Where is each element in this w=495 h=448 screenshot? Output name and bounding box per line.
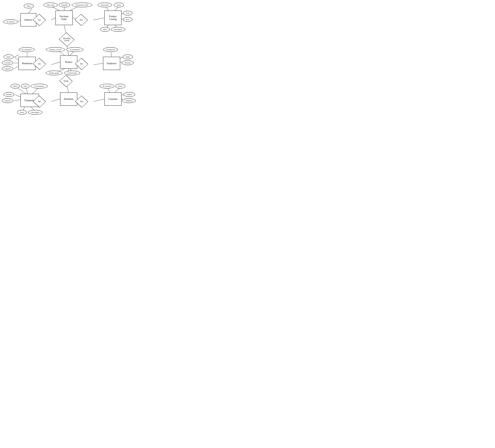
attr-emp-division: Division bbox=[122, 60, 134, 65]
svg-line-23 bbox=[51, 62, 60, 65]
attr-tr-merk: Merk bbox=[11, 84, 20, 88]
entity-purchase-order-label: Purchase Order bbox=[60, 15, 69, 21]
entity-product-catalog-label: Product Catalog bbox=[109, 15, 117, 21]
relationship-incoming-goods: Incoming Goods bbox=[59, 35, 74, 44]
er-diagram: Industry Purchase Order Product Catalog … bbox=[0, 0, 145, 132]
attr-tr-photo: Photo bbox=[17, 110, 27, 115]
svg-line-8 bbox=[93, 18, 104, 20]
entity-product-label: Product bbox=[65, 61, 72, 64]
entity-employee-label: Employee bbox=[107, 62, 116, 65]
attr-emp-id: Id_employee bbox=[103, 47, 118, 52]
entity-industry-label: Industry bbox=[25, 18, 32, 21]
attr-wh-location: Location bbox=[2, 60, 13, 65]
entity-customer: Customer bbox=[104, 93, 122, 106]
attr-industry-name: Name bbox=[24, 4, 34, 8]
relationship-has6: Has bbox=[76, 98, 88, 105]
attr-pc-id: Id_product bbox=[98, 3, 112, 7]
svg-line-3 bbox=[51, 18, 55, 20]
attr-prod-expired: Expired_date bbox=[64, 71, 80, 75]
attr-cust-id: Id_customer bbox=[100, 84, 114, 88]
relationship-doing: Doing bbox=[60, 77, 72, 85]
entity-product: Product bbox=[60, 55, 77, 69]
relationship-has5: Has bbox=[33, 98, 45, 105]
attr-wh-name: Name bbox=[4, 54, 14, 59]
attr-cust-name: Name bbox=[115, 84, 125, 88]
attr-po-quantity: Quantity bbox=[59, 3, 70, 7]
attr-pc-description: Description bbox=[111, 27, 125, 32]
svg-line-18 bbox=[14, 55, 18, 57]
relationship-has3: Has bbox=[33, 60, 45, 68]
entity-product-catalog: Product Catalog bbox=[104, 11, 122, 25]
entity-warehouse-label: Warehouse bbox=[22, 62, 32, 65]
attr-po-order-date: Order_date bbox=[43, 3, 58, 7]
entity-employee: Employee bbox=[103, 57, 120, 70]
attr-wh-id: Id_warehouse bbox=[19, 47, 34, 52]
relationship-has4: Has bbox=[76, 60, 88, 68]
svg-line-41 bbox=[14, 100, 20, 101]
attr-wh-capacity: Capacity bbox=[2, 67, 13, 71]
svg-line-35 bbox=[51, 99, 60, 102]
attr-cust-address: Address bbox=[124, 92, 135, 97]
attr-prod-id: Id_production bbox=[67, 47, 83, 52]
svg-line-1 bbox=[18, 20, 20, 22]
entity-distribute-label: Distribute bbox=[64, 98, 73, 100]
attr-emp-name: Name bbox=[123, 54, 133, 59]
attr-pc-photo: Photo bbox=[100, 27, 110, 32]
entity-customer-label: Customer bbox=[108, 98, 118, 100]
entity-distribute: Distribute bbox=[60, 93, 77, 106]
entity-purchase-order: Purchase Order bbox=[55, 11, 73, 25]
svg-line-20 bbox=[14, 66, 18, 69]
svg-line-40 bbox=[15, 95, 20, 97]
attr-pc-name: Name bbox=[114, 3, 124, 7]
relationship-has2: Has bbox=[75, 16, 87, 24]
attr-tr-id: Id_transporter bbox=[31, 84, 48, 88]
attr-prod-quality: Quality_grade bbox=[46, 71, 62, 75]
svg-line-30 bbox=[111, 52, 112, 57]
attr-tr-number: Number bbox=[4, 92, 14, 97]
attr-tr-capacity: Capacity bbox=[2, 98, 13, 103]
svg-line-29 bbox=[94, 63, 103, 65]
svg-line-21 bbox=[14, 57, 18, 60]
attr-po-id: Id_purchase order bbox=[72, 3, 92, 7]
attr-tr-description: Description bbox=[28, 110, 42, 115]
attr-cust-telephone: Telephone bbox=[122, 98, 136, 103]
attr-tr-type: Type bbox=[21, 84, 29, 88]
attr-pc-price: Price bbox=[123, 17, 132, 22]
attr-industry-id: Id_industry bbox=[3, 19, 18, 24]
attr-prod-qty-recv: Quantity_receive bbox=[46, 47, 65, 52]
svg-line-45 bbox=[94, 99, 104, 102]
svg-line-0 bbox=[28, 8, 32, 13]
relationship-has1: Has bbox=[33, 16, 45, 24]
attr-pc-unit: Unit bbox=[123, 11, 132, 15]
